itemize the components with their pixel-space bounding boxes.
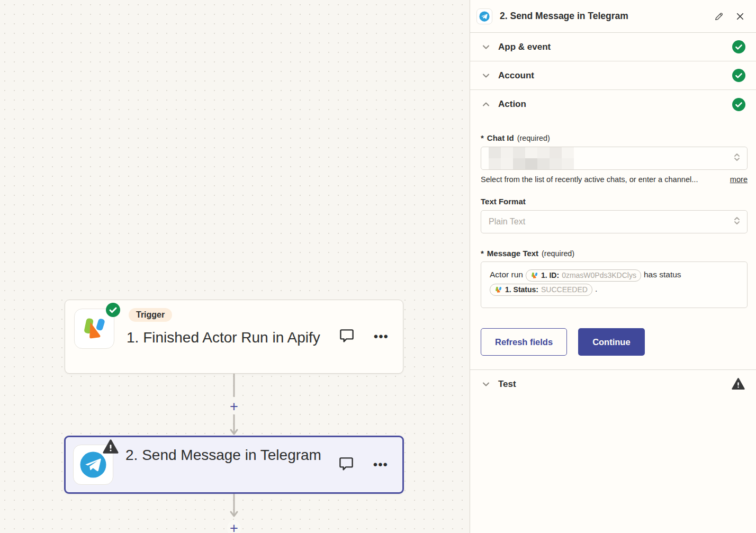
zapier-editor: Trigger 1. Finished Actor Run in Apify •… (0, 0, 756, 533)
telegram-app-icon-box (73, 445, 113, 485)
message-text-label-row: * Message Text (required) (481, 249, 748, 258)
apify-logo-icon (80, 315, 108, 342)
required-hint: (required) (542, 249, 574, 258)
text-format-select[interactable]: Plain Text (481, 210, 748, 233)
combobox-caret-icon (733, 215, 741, 228)
refresh-fields-button[interactable]: Refresh fields (481, 328, 567, 356)
required-asterisk: * (481, 133, 484, 142)
section-label: Test (498, 379, 724, 390)
combobox-caret-icon (733, 152, 741, 165)
comment-icon[interactable] (338, 327, 356, 347)
chevron-down-icon (481, 42, 491, 52)
panel-header: 2. Send Message in Telegram (470, 0, 756, 33)
chevron-down-icon (481, 380, 491, 389)
section-complete-check-icon (732, 98, 745, 111)
close-icon[interactable] (733, 10, 747, 23)
action-step-title: 2. Send Message in Telegram (125, 445, 337, 465)
comment-icon[interactable] (337, 455, 355, 475)
step-success-badge-icon (106, 303, 120, 319)
step-menu-ellipsis-icon[interactable]: ••• (374, 330, 389, 343)
section-app-and-event[interactable]: App & event (470, 33, 756, 61)
step-connector: + (226, 374, 242, 437)
section-label: App & event (498, 42, 725, 52)
apify-app-icon-box (74, 309, 114, 349)
chat-id-label-row: * Chat Id (required) (481, 133, 748, 142)
panel-title: 2. Send Message in Telegram (500, 11, 705, 22)
section-action[interactable]: Action (470, 90, 756, 119)
trigger-step-card[interactable]: Trigger 1. Finished Actor Run in Apify •… (65, 300, 403, 374)
step-settings-panel: 2. Send Message in Telegram App & event (470, 0, 756, 533)
apify-logo-icon (494, 286, 502, 294)
add-step-button[interactable]: + (229, 399, 239, 414)
telegram-logo-icon (476, 8, 492, 24)
apify-logo-icon (530, 272, 538, 279)
step-warning-badge-icon (102, 439, 119, 457)
chat-id-label: Chat Id (487, 133, 514, 142)
more-link[interactable]: more (730, 175, 748, 184)
token-label: 1. ID: (541, 268, 559, 283)
edit-pencil-icon[interactable] (712, 10, 726, 23)
section-complete-check-icon (732, 40, 745, 53)
required-hint: (required) (517, 134, 550, 142)
message-text-prefix: Actor run (490, 270, 523, 279)
step-connector: + (226, 494, 242, 533)
chat-id-combobox[interactable] (481, 147, 748, 170)
message-text-label: Message Text (487, 249, 538, 258)
chevron-up-icon (481, 100, 491, 109)
required-asterisk: * (481, 249, 484, 258)
section-label: Action (498, 99, 725, 110)
message-text-suffix: . (595, 284, 597, 293)
token-value: SUCCEEDED (541, 283, 588, 297)
message-text-editor[interactable]: Actor run1. ID:0zmasW0Pds3KDClyshas stat… (481, 261, 748, 308)
action-step-card-selected[interactable]: 2. Send Message in Telegram ••• (64, 436, 404, 494)
section-account[interactable]: Account (470, 61, 756, 90)
step-menu-ellipsis-icon[interactable]: ••• (373, 458, 388, 471)
trigger-badge: Trigger (129, 308, 172, 322)
token-value: 0zmasW0Pds3KDClys (562, 268, 636, 283)
section-label: Account (498, 70, 725, 81)
message-text-middle: has status (644, 270, 681, 279)
mapped-field-token-id[interactable]: 1. ID:0zmasW0Pds3KDClys (526, 269, 641, 282)
action-form: * Chat Id (required) Select from the lis… (470, 133, 756, 356)
form-buttons-row: Refresh fields Continue (481, 328, 748, 356)
chat-id-helper-row: Select from the list of recently active … (481, 175, 748, 184)
chevron-down-icon (481, 71, 491, 80)
token-label: 1. Status: (505, 283, 538, 297)
zap-canvas: Trigger 1. Finished Actor Run in Apify •… (0, 0, 470, 533)
section-warning-icon (731, 377, 745, 391)
mapped-field-token-status[interactable]: 1. Status:SUCCEEDED (490, 284, 592, 296)
section-complete-check-icon (732, 69, 745, 82)
add-step-button[interactable]: + (227, 520, 241, 533)
text-format-label: Text Format (481, 197, 748, 206)
text-format-value: Plain Text (489, 217, 525, 227)
section-test[interactable]: Test (470, 369, 756, 398)
chat-id-helper-text: Select from the list of recently active … (481, 175, 730, 184)
trigger-step-title: 1. Finished Actor Run in Apify (127, 327, 338, 348)
continue-button[interactable]: Continue (578, 328, 645, 356)
redacted-chat-id-value (489, 147, 574, 169)
